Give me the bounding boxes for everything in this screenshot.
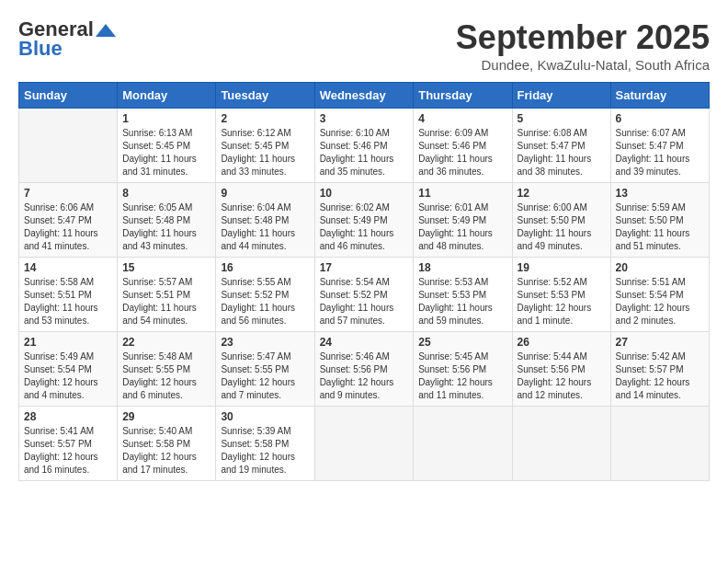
- day-number: 11: [418, 187, 506, 200]
- calendar-cell: 29Sunrise: 5:40 AMSunset: 5:58 PMDayligh…: [118, 407, 216, 481]
- day-number: 6: [616, 112, 704, 125]
- day-info: Sunrise: 5:39 AMSunset: 5:58 PMDaylight:…: [221, 425, 309, 477]
- day-info: Sunrise: 6:04 AMSunset: 5:48 PMDaylight:…: [221, 201, 309, 253]
- day-info: Sunrise: 6:08 AMSunset: 5:47 PMDaylight:…: [518, 127, 606, 178]
- day-number: 7: [24, 187, 112, 200]
- day-info: Sunrise: 6:13 AMSunset: 5:45 PMDaylight:…: [122, 127, 210, 178]
- day-number: 18: [418, 261, 506, 274]
- day-number: 20: [616, 261, 704, 274]
- calendar-cell: [610, 407, 709, 481]
- week-row-2: 7Sunrise: 6:06 AMSunset: 5:47 PMDaylight…: [19, 183, 710, 258]
- calendar-cell: 21Sunrise: 5:49 AMSunset: 5:54 PMDayligh…: [19, 332, 118, 407]
- subtitle: Dundee, KwaZulu-Natal, South Africa: [456, 57, 710, 73]
- calendar-cell: [19, 109, 118, 183]
- calendar-cell: 26Sunrise: 5:44 AMSunset: 5:56 PMDayligh…: [512, 332, 610, 407]
- day-info: Sunrise: 5:59 AMSunset: 5:50 PMDaylight:…: [616, 201, 704, 253]
- day-number: 1: [122, 112, 210, 125]
- day-number: 17: [320, 261, 409, 274]
- calendar-cell: 11Sunrise: 6:01 AMSunset: 5:49 PMDayligh…: [414, 183, 512, 258]
- day-number: 21: [24, 336, 112, 349]
- calendar-cell: 28Sunrise: 5:41 AMSunset: 5:57 PMDayligh…: [19, 407, 118, 481]
- calendar-header-row: SundayMondayTuesdayWednesdayThursdayFrid…: [19, 83, 710, 109]
- day-info: Sunrise: 5:55 AMSunset: 5:52 PMDaylight:…: [221, 276, 309, 327]
- calendar-cell: 16Sunrise: 5:55 AMSunset: 5:52 PMDayligh…: [216, 258, 314, 332]
- header-tuesday: Tuesday: [216, 83, 314, 109]
- day-number: 22: [122, 336, 210, 349]
- day-number: 24: [320, 336, 409, 349]
- calendar-cell: 20Sunrise: 5:51 AMSunset: 5:54 PMDayligh…: [610, 258, 709, 332]
- week-row-4: 21Sunrise: 5:49 AMSunset: 5:54 PMDayligh…: [19, 332, 710, 407]
- day-info: Sunrise: 6:10 AMSunset: 5:46 PMDaylight:…: [320, 127, 409, 178]
- day-info: Sunrise: 5:44 AMSunset: 5:56 PMDaylight:…: [518, 350, 606, 402]
- day-number: 2: [221, 112, 309, 125]
- calendar-cell: 24Sunrise: 5:46 AMSunset: 5:56 PMDayligh…: [314, 332, 414, 407]
- calendar-cell: 8Sunrise: 6:05 AMSunset: 5:48 PMDaylight…: [118, 183, 216, 258]
- day-number: 16: [221, 261, 309, 274]
- day-info: Sunrise: 5:52 AMSunset: 5:53 PMDaylight:…: [518, 276, 606, 327]
- day-number: 19: [518, 261, 606, 274]
- calendar-cell: 15Sunrise: 5:57 AMSunset: 5:51 PMDayligh…: [118, 258, 216, 332]
- calendar-cell: 10Sunrise: 6:02 AMSunset: 5:49 PMDayligh…: [314, 183, 414, 258]
- day-info: Sunrise: 5:46 AMSunset: 5:56 PMDaylight:…: [320, 350, 409, 402]
- calendar-cell: 27Sunrise: 5:42 AMSunset: 5:57 PMDayligh…: [610, 332, 709, 407]
- day-info: Sunrise: 6:05 AMSunset: 5:48 PMDaylight:…: [122, 201, 210, 253]
- day-number: 9: [221, 187, 309, 200]
- calendar-cell: 12Sunrise: 6:00 AMSunset: 5:50 PMDayligh…: [512, 183, 610, 258]
- day-number: 12: [518, 187, 606, 200]
- header: General Blue September 2025 Dundee, KwaZ…: [18, 18, 710, 73]
- day-number: 14: [24, 261, 112, 274]
- day-number: 5: [518, 112, 606, 125]
- calendar-cell: 18Sunrise: 5:53 AMSunset: 5:53 PMDayligh…: [414, 258, 512, 332]
- day-number: 29: [122, 410, 210, 423]
- calendar-cell: 25Sunrise: 5:45 AMSunset: 5:56 PMDayligh…: [414, 332, 512, 407]
- calendar-cell: 17Sunrise: 5:54 AMSunset: 5:52 PMDayligh…: [314, 258, 414, 332]
- header-saturday: Saturday: [610, 83, 709, 109]
- svg-marker-0: [96, 24, 116, 37]
- day-info: Sunrise: 6:00 AMSunset: 5:50 PMDaylight:…: [518, 201, 606, 253]
- calendar-cell: [414, 407, 512, 481]
- calendar-cell: 23Sunrise: 5:47 AMSunset: 5:55 PMDayligh…: [216, 332, 314, 407]
- day-number: 25: [418, 336, 506, 349]
- day-info: Sunrise: 5:45 AMSunset: 5:56 PMDaylight:…: [418, 350, 506, 402]
- calendar-cell: 19Sunrise: 5:52 AMSunset: 5:53 PMDayligh…: [512, 258, 610, 332]
- day-number: 30: [221, 410, 309, 423]
- day-info: Sunrise: 5:42 AMSunset: 5:57 PMDaylight:…: [616, 350, 704, 402]
- day-number: 10: [320, 187, 409, 200]
- day-info: Sunrise: 5:40 AMSunset: 5:58 PMDaylight:…: [122, 425, 210, 477]
- header-sunday: Sunday: [19, 83, 118, 109]
- calendar-cell: 7Sunrise: 6:06 AMSunset: 5:47 PMDaylight…: [19, 183, 118, 258]
- calendar-cell: 30Sunrise: 5:39 AMSunset: 5:58 PMDayligh…: [216, 407, 314, 481]
- week-row-5: 28Sunrise: 5:41 AMSunset: 5:57 PMDayligh…: [19, 407, 710, 481]
- day-info: Sunrise: 6:09 AMSunset: 5:46 PMDaylight:…: [418, 127, 506, 178]
- day-number: 26: [518, 336, 606, 349]
- day-info: Sunrise: 5:48 AMSunset: 5:55 PMDaylight:…: [122, 350, 210, 402]
- calendar-cell: 13Sunrise: 5:59 AMSunset: 5:50 PMDayligh…: [610, 183, 709, 258]
- week-row-3: 14Sunrise: 5:58 AMSunset: 5:51 PMDayligh…: [19, 258, 710, 332]
- day-number: 3: [320, 112, 409, 125]
- day-info: Sunrise: 6:06 AMSunset: 5:47 PMDaylight:…: [24, 201, 112, 253]
- day-info: Sunrise: 6:07 AMSunset: 5:47 PMDaylight:…: [616, 127, 704, 178]
- day-info: Sunrise: 5:54 AMSunset: 5:52 PMDaylight:…: [320, 276, 409, 327]
- day-number: 27: [616, 336, 704, 349]
- day-info: Sunrise: 5:51 AMSunset: 5:54 PMDaylight:…: [616, 276, 704, 327]
- day-number: 4: [418, 112, 506, 125]
- header-friday: Friday: [512, 83, 610, 109]
- calendar-cell: 9Sunrise: 6:04 AMSunset: 5:48 PMDaylight…: [216, 183, 314, 258]
- day-info: Sunrise: 5:57 AMSunset: 5:51 PMDaylight:…: [122, 276, 210, 327]
- calendar-cell: 4Sunrise: 6:09 AMSunset: 5:46 PMDaylight…: [414, 109, 512, 183]
- calendar-cell: 6Sunrise: 6:07 AMSunset: 5:47 PMDaylight…: [610, 109, 709, 183]
- day-number: 8: [122, 187, 210, 200]
- calendar-cell: 3Sunrise: 6:10 AMSunset: 5:46 PMDaylight…: [314, 109, 414, 183]
- month-title: September 2025: [456, 18, 710, 57]
- calendar-cell: 5Sunrise: 6:08 AMSunset: 5:47 PMDaylight…: [512, 109, 610, 183]
- day-info: Sunrise: 6:01 AMSunset: 5:49 PMDaylight:…: [418, 201, 506, 253]
- day-number: 15: [122, 261, 210, 274]
- calendar: SundayMondayTuesdayWednesdayThursdayFrid…: [18, 82, 710, 481]
- week-row-1: 1Sunrise: 6:13 AMSunset: 5:45 PMDaylight…: [19, 109, 710, 183]
- day-info: Sunrise: 5:47 AMSunset: 5:55 PMDaylight:…: [221, 350, 309, 402]
- title-area: September 2025 Dundee, KwaZulu-Natal, So…: [456, 18, 710, 73]
- day-number: 23: [221, 336, 309, 349]
- calendar-cell: [314, 407, 414, 481]
- calendar-cell: 2Sunrise: 6:12 AMSunset: 5:45 PMDaylight…: [216, 109, 314, 183]
- logo-blue-text: Blue: [18, 37, 63, 61]
